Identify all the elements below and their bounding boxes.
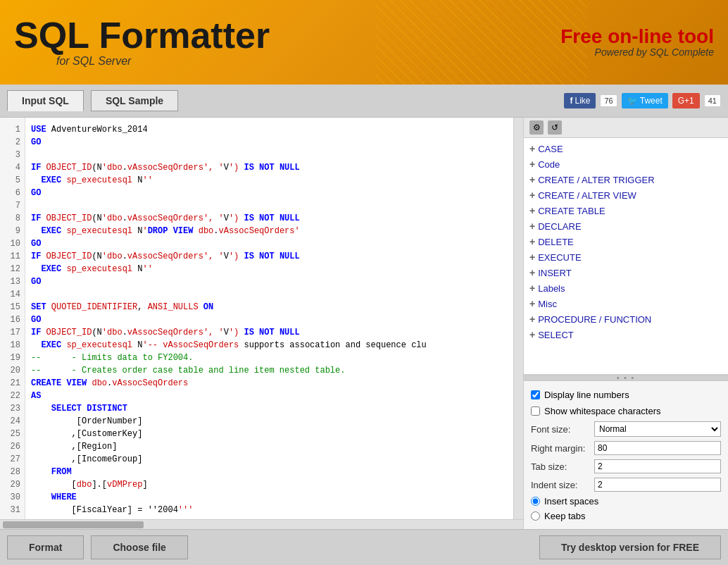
header-right: Free on-line tool Powered by SQL Complet… [560,27,714,58]
tree-item-label[interactable]: INSERT [538,268,571,278]
tree-item[interactable]: + CREATE TABLE [524,203,728,218]
display-line-numbers-checkbox[interactable] [531,390,540,399]
tree-item-label[interactable]: DECLARE [538,221,581,232]
tree-plus-icon: + [529,329,535,340]
tree-item-label[interactable]: Labels [538,283,565,294]
tree-plus-icon: + [529,282,535,294]
scroll-thumb [3,521,144,528]
free-tool-text: Free on-line tool [560,27,714,46]
fb-icon: f [570,96,572,106]
tree-item[interactable]: + PROCEDURE / FUNCTION [524,311,728,327]
tree-panel: + CASE+ Code+ CREATE / ALTER TRIGGER+ CR… [524,138,728,375]
tw-icon: 🐦 [627,96,638,106]
right-margin-input[interactable] [594,441,721,455]
keep-tabs-label: Keep tabs [544,511,586,521]
header-left: SQL Formatter for SQL Server [14,17,270,68]
show-whitespace-checkbox[interactable] [531,406,540,416]
editor-panel: 1234567891011121314151617181920212223242… [0,118,524,529]
facebook-like-button[interactable]: f Like [564,93,596,108]
gp-count: 41 [704,94,721,107]
googleplus-button[interactable]: G+1 [672,93,700,108]
tree-item[interactable]: + DECLARE [524,218,728,234]
horizontal-scrollbar[interactable] [0,519,523,529]
choose-file-button[interactable]: Choose file [91,535,187,559]
right-margin-row: Right margin: [531,439,721,457]
vertical-scrollbar[interactable] [513,118,523,519]
keep-tabs-row: Keep tabs [531,509,721,523]
fb-count: 76 [600,94,617,107]
tree-item[interactable]: + CREATE / ALTER VIEW [524,187,728,203]
gp-label: G+1 [678,96,694,106]
app-title: SQL Formatter [14,17,270,54]
header: SQL Formatter for SQL Server Free on-lin… [0,0,728,85]
tab-size-row: Tab size: [531,457,721,476]
tree-item[interactable]: + Code [524,156,728,172]
tree-item-label[interactable]: CREATE TABLE [538,206,605,216]
show-whitespace-label[interactable]: Show whitespace characters [531,406,660,416]
tw-label: Tweet [640,96,663,106]
tree-item-label[interactable]: DELETE [538,237,574,247]
main-area: 1234567891011121314151617181920212223242… [0,118,728,529]
tab-input-sql[interactable]: Input SQL [7,90,84,111]
tree-plus-icon: + [529,252,535,263]
tree-item[interactable]: + Labels [524,280,728,296]
insert-spaces-row: Insert spaces [531,494,721,509]
tree-plus-icon: + [529,143,535,154]
tree-item[interactable]: + INSERT [524,265,728,280]
right-panel: ⚙ ↺ + CASE+ Code+ CREATE / ALTER TRIGGER… [524,118,728,529]
right-margin-label: Right margin: [531,443,594,454]
tree-item[interactable]: + EXECUTE [524,249,728,265]
refresh-icon[interactable]: ↺ [548,120,562,135]
social-buttons: f Like 76 🐦 Tweet G+1 41 [564,93,721,108]
insert-spaces-label: Insert spaces [544,496,598,507]
tree-plus-icon: + [529,236,535,247]
indent-size-row: Indent size: [531,476,721,494]
tree-plus-icon: + [529,221,535,232]
font-size-select[interactable]: Tiny Small Normal Large Huge [594,421,721,437]
font-size-label: Font size: [531,424,594,435]
settings-panel: Display line numbers Show whitespace cha… [524,380,728,529]
insert-spaces-radio[interactable] [531,497,540,506]
tab-size-input[interactable] [594,459,721,473]
tree-plus-icon: + [529,298,535,309]
fb-label: Like [575,96,590,106]
tree-item-label[interactable]: Code [538,159,560,170]
tree-item[interactable]: + CASE [524,141,728,156]
tree-plus-icon: + [529,190,535,201]
display-line-numbers-label[interactable]: Display line numbers [531,390,629,400]
tree-item-label[interactable]: SELECT [538,330,574,340]
tree-item[interactable]: + CREATE / ALTER TRIGGER [524,172,728,187]
indent-size-label: Indent size: [531,480,594,490]
bottom-bar: Format Choose file Try desktop version f… [0,529,728,565]
tab-size-label: Tab size: [531,461,594,472]
keep-tabs-radio[interactable] [531,511,540,521]
display-line-numbers-row: Display line numbers [531,387,721,403]
tree-item-label[interactable]: Misc [538,299,557,309]
tree-plus-icon: + [529,267,535,278]
show-whitespace-row: Show whitespace characters [531,403,721,419]
tree-item-label[interactable]: CREATE / ALTER TRIGGER [538,175,654,185]
app-subtitle: for SQL Server [14,55,270,68]
powered-by-text: Powered by SQL Complete [560,46,714,58]
tree-plus-icon: + [529,205,535,216]
toolbar: Input SQL SQL Sample f Like 76 🐦 Tweet G… [0,85,728,118]
tree-item-label[interactable]: EXECUTE [538,252,581,263]
tree-item-label[interactable]: PROCEDURE / FUNCTION [538,314,651,325]
format-button[interactable]: Format [7,535,84,559]
code-content[interactable]: USE AdventureWorks_2014GO IF OBJECT_ID(N… [25,118,513,519]
tab-sql-sample[interactable]: SQL Sample [91,90,178,111]
tree-item[interactable]: + Misc [524,296,728,311]
tree-plus-icon: + [529,313,535,325]
settings-divider: • • • [524,375,728,380]
line-numbers: 1234567891011121314151617181920212223242… [0,118,25,519]
tree-item-label[interactable]: CREATE / ALTER VIEW [538,190,636,201]
indent-size-input[interactable] [594,478,721,492]
right-toolbar: ⚙ ↺ [524,118,728,138]
twitter-tweet-button[interactable]: 🐦 Tweet [622,93,668,108]
tree-item[interactable]: + SELECT [524,327,728,342]
tree-item[interactable]: + DELETE [524,234,728,249]
font-size-row: Font size: Tiny Small Normal Large Huge [531,419,721,439]
settings-icon[interactable]: ⚙ [529,120,544,135]
tree-item-label[interactable]: CASE [538,144,563,154]
try-desktop-button[interactable]: Try desktop version for FREE [539,535,721,559]
